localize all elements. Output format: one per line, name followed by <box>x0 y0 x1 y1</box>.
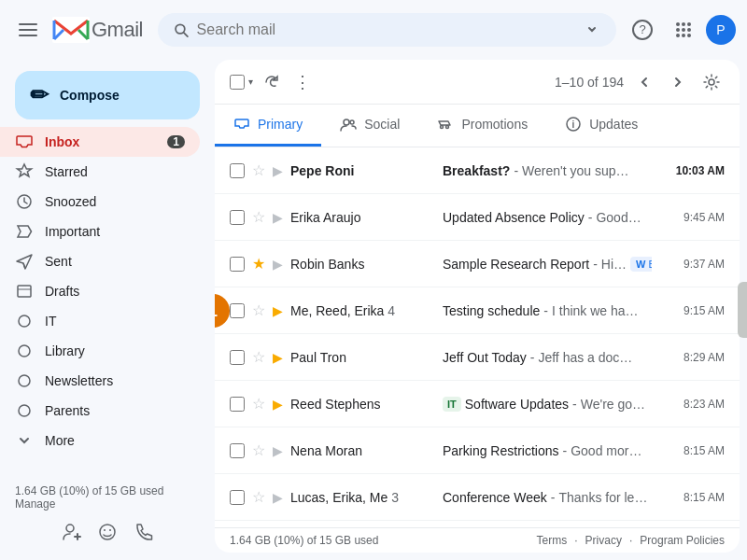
svg-point-26 <box>19 375 30 386</box>
email-dash: - <box>588 210 593 225</box>
email-dash: - <box>563 443 568 458</box>
important-marker[interactable]: ▶ <box>273 490 283 505</box>
select-all-checkbox[interactable] <box>230 75 245 90</box>
checkbox-dropdown-button[interactable]: ▾ <box>247 75 255 89</box>
email-row[interactable]: ☆ ▶ Pepe Roni Breakfast? - Weren't you s… <box>215 147 740 194</box>
star-button[interactable]: ☆ <box>252 488 265 506</box>
svg-point-25 <box>19 345 30 357</box>
email-body: Updated Absence Policy - Good… <box>443 210 652 225</box>
svg-point-19 <box>682 34 685 37</box>
svg-rect-2 <box>19 35 37 36</box>
privacy-link[interactable]: Privacy <box>585 534 622 547</box>
prev-page-button[interactable] <box>631 69 657 95</box>
email-checkbox[interactable] <box>230 303 245 318</box>
email-row[interactable]: ☆ ▶ Erika, Me 2 IT Library Projector Cab… <box>215 521 740 527</box>
star-button[interactable]: ☆ <box>252 161 265 179</box>
star-button[interactable]: ☆ <box>252 441 265 459</box>
sidebar-item-more[interactable]: More <box>0 426 200 455</box>
phone-icon <box>133 522 153 542</box>
email-dash: - <box>530 350 535 365</box>
sidebar-item-important[interactable]: Important <box>0 217 200 246</box>
email-snippet: Good… <box>596 210 641 225</box>
svg-point-36 <box>350 120 354 124</box>
hamburger-menu-button[interactable] <box>11 13 45 47</box>
sidebar-item-snoozed[interactable]: Snoozed <box>0 187 200 217</box>
label-newsletters-icon <box>15 371 34 390</box>
star-button[interactable]: ☆ <box>252 395 265 413</box>
tab-promotions[interactable]: Promotions <box>418 105 546 147</box>
important-marker[interactable]: ▶ <box>273 257 283 272</box>
sidebar-item-parents[interactable]: Parents <box>0 396 200 426</box>
email-row[interactable]: ☆ ▶ Nena Moran Parking Restrictions - Go… <box>215 427 740 474</box>
scroll-tab[interactable] <box>738 282 747 338</box>
sender-name: Reed Stephens <box>290 397 435 412</box>
compose-button[interactable]: ✏ Compose <box>15 71 200 119</box>
important-marker[interactable]: ▶ <box>273 397 283 412</box>
tab-primary[interactable]: Primary <box>215 105 321 147</box>
important-marker[interactable]: ▶ <box>273 350 283 365</box>
sidebar-item-starred[interactable]: Starred <box>0 157 200 187</box>
email-time: 8:15 AM <box>659 491 725 504</box>
word-tag: WBees and Honey… <box>630 257 652 272</box>
star-button[interactable]: ★ <box>252 255 265 273</box>
important-nav-icon <box>15 222 34 241</box>
footer-manage[interactable]: Manage <box>15 497 200 511</box>
search-input[interactable] <box>197 21 575 38</box>
sidebar-item-drafts[interactable]: Drafts <box>0 276 200 306</box>
star-button[interactable]: ☆ <box>252 208 265 226</box>
email-row[interactable]: ★ ▶ Robin Banks Sample Research Report -… <box>215 241 740 287</box>
email-checkbox[interactable] <box>230 257 245 272</box>
email-snippet: I think we ha… <box>552 303 639 318</box>
avatar[interactable]: P <box>706 15 736 45</box>
gmail-logo-text: Gmail <box>92 18 143 42</box>
it-label: IT <box>45 314 185 329</box>
email-subject: Sample Research Report <box>443 257 589 272</box>
sidebar-footer-icons <box>0 514 215 553</box>
star-button[interactable]: ☆ <box>252 348 265 366</box>
separator1: · <box>574 534 577 547</box>
chevron-left-icon <box>635 73 654 91</box>
apps-button[interactable] <box>665 11 702 49</box>
important-marker[interactable]: ▶ <box>273 443 283 458</box>
email-row[interactable]: ☆ ▶ Reed Stephens IT Software Updates - … <box>215 381 740 427</box>
sidebar-item-newsletters[interactable]: Newsletters <box>0 366 200 396</box>
sidebar-item-sent[interactable]: Sent <box>0 246 200 276</box>
important-marker[interactable]: ▶ <box>273 303 283 318</box>
email-snippet: Weren't you sup… <box>522 163 628 178</box>
more-options-button[interactable]: ⋮ <box>289 66 317 98</box>
toolbar-left: ▾ ⋮ <box>230 66 317 98</box>
help-button[interactable]: ? <box>624 11 661 49</box>
tab-updates[interactable]: i Updates <box>546 105 656 147</box>
refresh-button[interactable] <box>257 67 287 97</box>
settings-button[interactable] <box>698 69 725 95</box>
email-checkbox[interactable] <box>230 210 245 225</box>
email-row[interactable]: ☆ ▶ Erika Araujo Updated Absence Policy … <box>215 194 740 241</box>
terms-link[interactable]: Terms <box>537 534 568 547</box>
email-checkbox[interactable] <box>230 163 245 178</box>
important-marker[interactable]: ▶ <box>273 210 283 225</box>
email-row[interactable]: ☆ ▶ Paul Tron Jeff Out Today - Jeff has … <box>215 334 740 381</box>
phone-button[interactable] <box>133 522 153 545</box>
search-icon <box>173 21 190 39</box>
star-button[interactable]: ☆ <box>252 301 265 319</box>
sidebar-item-inbox[interactable]: Inbox 1 <box>0 127 200 157</box>
sidebar-item-it[interactable]: IT <box>0 306 200 336</box>
email-row[interactable]: ☆ ▶ Lucas, Erika, Me 3 Conference Week -… <box>215 474 740 521</box>
important-marker[interactable]: ▶ <box>273 163 283 178</box>
policies-link[interactable]: Program Policies <box>640 534 725 547</box>
email-checkbox[interactable] <box>230 443 245 458</box>
next-page-button[interactable] <box>665 69 691 95</box>
search-dropdown-icon[interactable] <box>583 21 601 39</box>
star-nav-icon <box>15 162 34 181</box>
email-row[interactable]: 1 ☆ ▶ Me, Reed, Erika 4 Testing schedule… <box>215 287 740 334</box>
sidebar-item-library[interactable]: Library <box>0 336 200 366</box>
tab-social[interactable]: Social <box>321 105 418 147</box>
emoji-button[interactable] <box>97 522 118 545</box>
sender-name: Me, Reed, Erika 4 <box>290 303 435 318</box>
email-snippet: Good mor… <box>571 443 641 458</box>
add-account-button[interactable] <box>62 522 82 545</box>
email-checkbox[interactable] <box>230 490 245 505</box>
email-checkbox[interactable] <box>230 350 245 365</box>
sent-icon <box>15 252 34 271</box>
email-checkbox[interactable] <box>230 397 245 412</box>
